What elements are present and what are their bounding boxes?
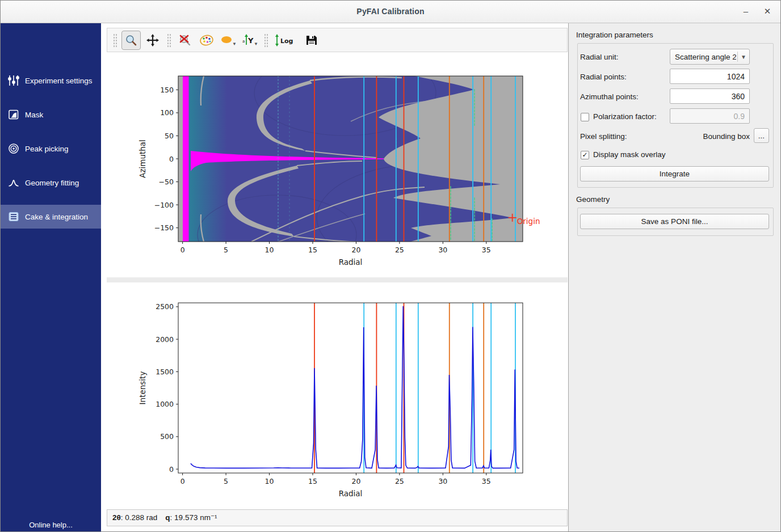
magnifier-icon [125, 34, 137, 47]
y-tick-label: 500 [160, 432, 174, 441]
y-axis-autoscale-button[interactable]: a Y ▼ [240, 31, 259, 50]
y-axis-label: Azimuthal [138, 140, 147, 178]
y-tick-label: −50 [159, 178, 174, 186]
x-tick-label: 20 [351, 246, 360, 254]
origin-label: Origin [517, 217, 540, 226]
x-axis-label: Radial [339, 257, 363, 267]
azimuthal-points-label: Azimuthal points: [580, 92, 639, 101]
integrated-intensity-plot[interactable]: 0510152025303505001000150020002500Radial… [107, 282, 568, 507]
radial-unit-label: Radial unit: [580, 53, 619, 61]
pyfai-calibration-window: PyFAI Calibration – ✕ Experiment setting… [0, 0, 781, 532]
plot-toolbar: ▼ a Y ▼ Log [107, 28, 568, 52]
cursor-position-statusbar: 2θ: 0.288 radq: 19.573 nm⁻¹ [107, 509, 568, 526]
toolbar-drag-handle[interactable] [113, 33, 117, 48]
sidebar: Experiment settings Mask Peak picking Ge… [1, 23, 101, 532]
integrate-button[interactable]: Integrate [580, 166, 769, 181]
sidebar-item-geometry-fitting[interactable]: Geometry fitting [1, 171, 101, 195]
floppy-save-icon [305, 34, 318, 47]
cake-list-icon [7, 211, 20, 222]
sidebar-item-peak-picking[interactable]: Peak picking [1, 137, 101, 161]
palette-icon [199, 33, 214, 47]
x-tick-label: 25 [395, 477, 404, 485]
x-tick-label: 5 [224, 477, 228, 485]
svg-text:a: a [242, 39, 245, 44]
plot-area: ▼ a Y ▼ Log [101, 23, 569, 532]
sidebar-item-experiment-settings[interactable]: Experiment settings [1, 69, 101, 92]
integration-sidebar: Integration parameters Radial unit: Scat… [569, 23, 781, 532]
minimize-button[interactable]: – [738, 5, 753, 19]
chevron-down-icon: ▼ [738, 54, 749, 60]
zoom-reset-button[interactable] [175, 31, 195, 50]
pan-arrows-icon [146, 34, 159, 47]
y-tick-label: 0 [169, 465, 174, 474]
save-poni-button[interactable]: Save as PONI file... [580, 214, 769, 229]
polarization-input [670, 108, 750, 124]
q-value: : 19.573 nm⁻¹ [170, 513, 217, 522]
x-tick-label: 10 [265, 246, 274, 254]
x-tick-label: 20 [351, 477, 360, 485]
log-scale-icon: Log [274, 33, 299, 47]
sidebar-item-mask[interactable]: Mask [1, 103, 101, 126]
sidebar-item-label: Experiment settings [25, 77, 93, 85]
dropdown-caret-icon: ▼ [254, 41, 258, 47]
colormap-palette-button[interactable] [197, 31, 216, 50]
sidebar-item-cake-integration[interactable]: Cake & integration [1, 205, 101, 229]
display-mask-label: Display mask overlay [593, 150, 666, 159]
save-snapshot-button[interactable] [302, 31, 321, 50]
azimuthal-points-input[interactable] [670, 88, 750, 104]
x-tick-label: 30 [438, 246, 447, 254]
y-tick-label: 50 [165, 132, 174, 140]
y-tick-label: −100 [154, 201, 174, 209]
x-tick-label: 0 [180, 246, 185, 254]
radial-unit-select[interactable]: Scattering angle 2θ ▼ [670, 49, 750, 65]
plot-separator[interactable] [107, 277, 568, 282]
q-label: q [165, 513, 170, 522]
target-icon [7, 143, 20, 154]
y-tick-label: 1000 [156, 400, 174, 408]
x-tick-label: 5 [224, 246, 228, 254]
svg-text:Y: Y [247, 36, 254, 45]
titlebar: PyFAI Calibration – ✕ [1, 1, 780, 23]
geometry-title: Geometry [576, 195, 610, 204]
radial-points-label: Radial points: [580, 73, 627, 81]
y-tick-label: 150 [160, 86, 174, 94]
x-tick-label: 15 [308, 246, 317, 254]
mask-tool-button[interactable]: ▼ [219, 31, 238, 50]
two-theta-label: 2θ [112, 513, 121, 522]
window-title: PyFAI Calibration [1, 7, 780, 16]
y-tick-label: 1500 [156, 368, 174, 376]
pixel-splitting-label: Pixel splitting: [580, 132, 627, 141]
y-tick-label: 2500 [156, 302, 174, 311]
x-axis-label: Radial [339, 489, 363, 498]
polarization-checkbox[interactable] [581, 113, 589, 121]
pixel-splitting-value: Bounding box [670, 132, 750, 141]
peak-curve-icon [7, 177, 20, 188]
x-tick-label: 25 [395, 246, 404, 254]
x-tick-label: 15 [308, 477, 317, 485]
close-button[interactable]: ✕ [760, 5, 775, 19]
svg-text:Log: Log [280, 37, 293, 44]
sidebar-item-label: Cake & integration [25, 213, 88, 221]
x-tick-label: 0 [180, 477, 185, 485]
pan-mode-button[interactable] [143, 31, 162, 50]
y-tick-label: −150 [154, 223, 174, 232]
y-tick-label: 0 [169, 155, 174, 163]
fig2-overlay: 0510152025303505001000150020002500Radial… [138, 302, 523, 498]
pixel-splitting-more-button[interactable]: ... [754, 128, 769, 143]
sidebar-item-label: Peak picking [25, 145, 69, 153]
display-mask-checkbox[interactable]: ✓ [581, 151, 589, 159]
online-help-link[interactable]: Online help... [1, 521, 101, 529]
y-tick-label: 100 [160, 108, 174, 117]
x-tick-label: 10 [265, 477, 274, 485]
mask-icon [7, 109, 20, 120]
zoom-mode-button[interactable] [121, 31, 141, 50]
toolbar-drag-handle[interactable] [167, 33, 171, 48]
log-scale-button[interactable]: Log [272, 31, 300, 50]
y-tick-label: 2000 [156, 335, 174, 344]
two-theta-value: : 0.288 rad [121, 513, 158, 522]
cake-plot[interactable]: 05101520253035−150−100−50050100150Radial… [107, 53, 568, 277]
x-tick-label: 30 [438, 477, 447, 485]
radial-points-input[interactable] [670, 69, 750, 84]
x-tick-label: 35 [482, 246, 491, 254]
toolbar-drag-handle[interactable] [264, 33, 268, 48]
